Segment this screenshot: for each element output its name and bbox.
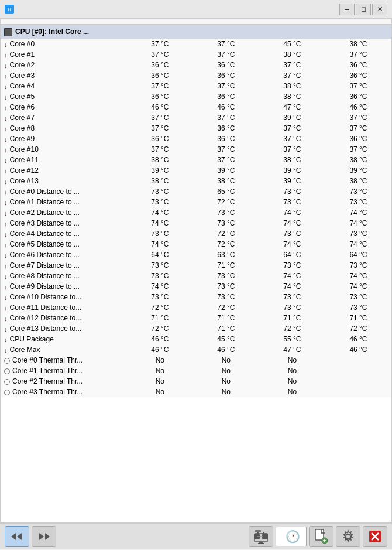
svg-rect-13 xyxy=(258,543,264,544)
minimum-value: 71 °C xyxy=(193,313,259,323)
sensor-label: CPU Package xyxy=(10,335,54,343)
thermometer-icon: ↓ xyxy=(4,231,8,238)
sensor-label: Core #1 Thermal Thr... xyxy=(12,367,82,375)
table-row: ↓Core #1 Distance to ...73 °C72 °C73 °C7… xyxy=(1,197,391,207)
file-button[interactable] xyxy=(309,526,333,547)
back-icon xyxy=(11,532,23,541)
sensor-name-cell: ↓Core #8 xyxy=(1,123,127,134)
timer-display: 🕐 xyxy=(276,527,307,546)
maximum-value: 37 °C xyxy=(259,70,325,81)
settings-button[interactable] xyxy=(336,526,360,547)
col-current xyxy=(127,19,193,25)
sensor-label: Core #9 xyxy=(10,135,35,143)
sensor-table-container[interactable]: CPU [#0]: Intel Core ...↓Core #037 °C37 … xyxy=(0,19,392,522)
maximum-value: 45 °C xyxy=(259,39,325,49)
minimum-value: No xyxy=(193,387,259,397)
minimum-value: 45 °C xyxy=(193,334,259,344)
svg-marker-0 xyxy=(11,533,16,540)
network-button[interactable] xyxy=(249,526,273,547)
table-row: ↓Core #236 °C36 °C37 °C36 °C xyxy=(1,60,391,70)
sensor-name-cell: ↓Core #3 xyxy=(1,70,127,81)
current-value: 38 °C xyxy=(127,155,193,165)
average-value: 39 °C xyxy=(325,165,391,176)
sensor-label: Core #7 xyxy=(10,114,35,122)
table-row: ↓Core #13 Distance to...72 °C71 °C72 °C7… xyxy=(1,323,391,334)
thermometer-icon: ↓ xyxy=(4,146,8,153)
svg-marker-3 xyxy=(45,533,50,540)
sensor-label: Core #6 Distance to ... xyxy=(10,251,80,259)
restore-button[interactable]: ◻ xyxy=(356,4,371,15)
average-value xyxy=(325,376,391,387)
table-row: ↓Core #536 °C36 °C38 °C36 °C xyxy=(1,91,391,102)
average-value: 71 °C xyxy=(325,313,391,323)
forward-button[interactable] xyxy=(32,526,56,547)
maximum-value: 64 °C xyxy=(259,250,325,260)
maximum-value: 39 °C xyxy=(259,165,325,176)
table-row: ↓Core #336 °C36 °C37 °C36 °C xyxy=(1,70,391,81)
table-row: ↓CPU Package46 °C45 °C55 °C46 °C xyxy=(1,334,391,344)
table-row: Core #3 Thermal Thr...NoNoNo xyxy=(1,387,391,397)
col-minimum xyxy=(193,19,259,25)
average-value xyxy=(325,387,391,397)
average-value: 37 °C xyxy=(325,49,391,60)
minimize-button[interactable]: ─ xyxy=(339,4,355,15)
average-value: 74 °C xyxy=(325,207,391,218)
minimum-value: 46 °C xyxy=(193,102,259,112)
current-value: 73 °C xyxy=(127,228,193,239)
current-value: 39 °C xyxy=(127,165,193,176)
current-value: No xyxy=(127,365,193,376)
sensor-name-cell: Core #1 Thermal Thr... xyxy=(1,365,127,376)
sensor-label: Core #12 Distance to... xyxy=(10,314,82,322)
table-row: ↓Core #437 °C37 °C38 °C37 °C xyxy=(1,81,391,91)
thermometer-icon: ↓ xyxy=(4,315,8,322)
sensor-name-cell: ↓Core #6 Distance to ... xyxy=(1,250,127,260)
current-value: 71 °C xyxy=(127,313,193,323)
thermometer-icon: ↓ xyxy=(4,157,8,164)
sensor-label: Core #8 Distance to ... xyxy=(10,272,80,280)
section-header-label: CPU [#0]: Intel Core ... xyxy=(15,28,89,36)
maximum-value: 72 °C xyxy=(259,323,325,334)
thermometer-icon: ↓ xyxy=(4,83,8,90)
maximum-value: 73 °C xyxy=(259,186,325,197)
circle-icon xyxy=(4,368,10,374)
table-row: ↓Core #9 Distance to ...74 °C73 °C74 °C7… xyxy=(1,281,391,292)
close-x-icon xyxy=(368,529,382,544)
network-icon xyxy=(253,528,269,545)
current-value: 37 °C xyxy=(127,39,193,49)
table-row: ↓Core #2 Distance to ...74 °C73 °C74 °C7… xyxy=(1,207,391,218)
sensor-label: Core #10 Distance to... xyxy=(10,293,82,301)
thermometer-icon: ↓ xyxy=(4,189,8,196)
average-value: 37 °C xyxy=(325,123,391,134)
sensor-label: Core #12 xyxy=(10,166,39,175)
sensor-label: Core #1 Distance to ... xyxy=(10,198,80,206)
svg-marker-2 xyxy=(39,533,44,540)
current-value: 37 °C xyxy=(127,81,193,91)
table-row: ↓Core #6 Distance to ...64 °C63 °C64 °C6… xyxy=(1,250,391,260)
average-value: 73 °C xyxy=(325,197,391,207)
sensor-name-cell: ↓Core #11 Distance to... xyxy=(1,302,127,313)
table-row: ↓Core #1338 °C38 °C39 °C38 °C xyxy=(1,176,391,186)
gear-icon xyxy=(341,529,355,544)
thermometer-icon: ↓ xyxy=(4,347,8,354)
sensor-name-cell: ↓Core #4 Distance to ... xyxy=(1,228,127,239)
maximum-value: 73 °C xyxy=(259,197,325,207)
table-row: Core #1 Thermal Thr...NoNoNo xyxy=(1,365,391,376)
exit-button[interactable] xyxy=(363,526,387,547)
average-value: 37 °C xyxy=(325,81,391,91)
col-sensor xyxy=(1,19,127,25)
maximum-value: 38 °C xyxy=(259,155,325,165)
sensor-name-cell: ↓Core #10 xyxy=(1,144,127,155)
section-header-cell: CPU [#0]: Intel Core ... xyxy=(1,25,391,39)
minimum-value: 73 °C xyxy=(193,281,259,292)
average-value: 74 °C xyxy=(325,281,391,292)
sensor-label: Core #3 Thermal Thr... xyxy=(12,388,82,396)
back-button[interactable] xyxy=(5,526,29,547)
sensor-name-cell: ↓Core #0 Distance to ... xyxy=(1,186,127,197)
close-button[interactable]: ✕ xyxy=(372,4,387,15)
current-value: 36 °C xyxy=(127,60,193,70)
sensor-name-cell: ↓Core #5 xyxy=(1,91,127,102)
minimum-value: 39 °C xyxy=(193,165,259,176)
sensor-table: CPU [#0]: Intel Core ...↓Core #037 °C37 … xyxy=(1,19,391,397)
maximum-value: No xyxy=(259,387,325,397)
current-value: 46 °C xyxy=(127,344,193,355)
